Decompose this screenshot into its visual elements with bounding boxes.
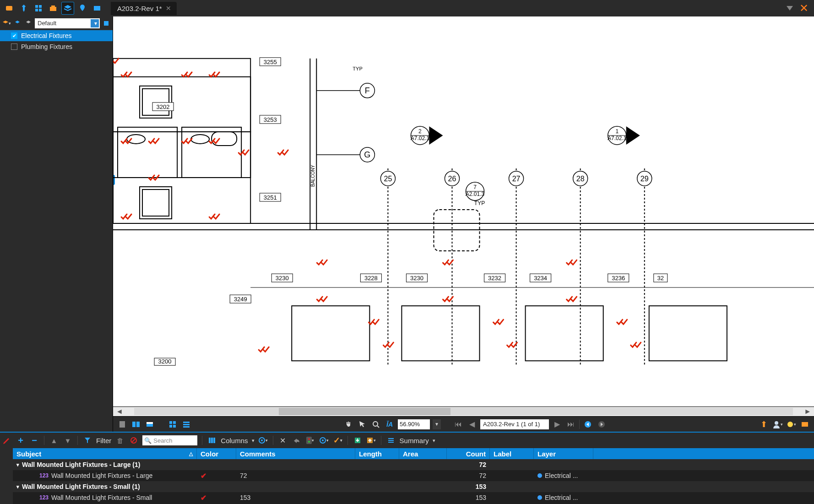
col-color[interactable]: Color: [197, 448, 236, 459]
document-nav[interactable]: A203.2-Rev 1 (1 of 1): [480, 419, 549, 429]
import-icon[interactable]: [353, 435, 363, 445]
svg-text:A7.02.1: A7.02.1: [411, 135, 430, 141]
layer-item[interactable]: Plumbing Fixtures: [0, 41, 113, 52]
col-subject[interactable]: Subject△: [13, 448, 197, 459]
scrollbar-thumb[interactable]: [279, 408, 450, 415]
next-page-icon[interactable]: ▶: [552, 419, 563, 430]
svg-rect-34: [649, 306, 727, 361]
svg-text:3230: 3230: [410, 275, 423, 282]
pan-icon[interactable]: [343, 419, 354, 430]
columns-label[interactable]: Columns: [221, 437, 248, 444]
layer-visibility-icon[interactable]: [537, 473, 542, 478]
markups-toolbar: + − ▲ ▼ Filter 🗑 🔍 Search Columns▾ ▾: [13, 433, 814, 448]
single-page-icon[interactable]: [117, 419, 128, 430]
first-page-icon[interactable]: ⏮: [453, 419, 464, 430]
layers-icon[interactable]: [61, 2, 74, 15]
search-input[interactable]: 🔍 Search: [142, 435, 197, 445]
add-icon[interactable]: +: [16, 435, 26, 445]
col-layer[interactable]: Layer: [534, 448, 593, 459]
clear-filter-icon[interactable]: 🗑: [115, 435, 125, 445]
markup-item[interactable]: 123Wall Mounted Light Fixtures - Large ✔…: [13, 470, 814, 481]
next-view-icon[interactable]: [596, 419, 607, 430]
summary-label[interactable]: Summary: [400, 437, 429, 444]
drawing-canvas[interactable]: F G 25 26 27 28 29 2A7.02.1 1A7.02.1: [113, 16, 814, 407]
svg-rect-6: [51, 5, 55, 7]
filter-icon[interactable]: [82, 435, 92, 445]
col-count[interactable]: Count: [447, 448, 490, 459]
sync-up-icon[interactable]: ⬆: [758, 419, 769, 430]
list-view-icon[interactable]: [181, 419, 192, 430]
svg-text:27: 27: [512, 175, 521, 183]
markup-group[interactable]: ▾Wall Mounted Light Fixtures - Large (1)…: [13, 459, 814, 470]
horizontal-scrollbar[interactable]: ◄ ►: [113, 407, 814, 416]
markups-panel: + − ▲ ▼ Filter 🗑 🔍 Search Columns▾ ▾: [0, 432, 814, 504]
layer-item[interactable]: ✔ Electrical Fixtures: [0, 30, 113, 41]
pushpin-icon[interactable]: [17, 2, 30, 15]
export-icon[interactable]: ▾: [366, 435, 376, 445]
col-area[interactable]: Area: [399, 448, 447, 459]
grid-bubble: G: [316, 147, 374, 162]
zoom-level[interactable]: 56.90%: [398, 419, 430, 429]
svg-rect-8: [104, 21, 109, 26]
zoom-icon[interactable]: [370, 419, 381, 430]
svg-rect-16: [140, 86, 172, 118]
thumbnails-icon[interactable]: [32, 2, 45, 15]
manage-columns-icon[interactable]: ▾: [258, 435, 268, 445]
overlay-icon[interactable]: [144, 419, 155, 430]
close-icon[interactable]: ✕: [166, 5, 171, 12]
last-page-icon[interactable]: ⏭: [565, 419, 576, 430]
tab-menu-dropdown-icon[interactable]: [787, 6, 793, 11]
user-icon[interactable]: ▾: [772, 419, 783, 430]
col-length[interactable]: Length: [355, 448, 399, 459]
col-label[interactable]: Label: [490, 448, 534, 459]
settings-icon[interactable]: ▾: [319, 435, 329, 445]
dimmer-icon[interactable]: ▾: [786, 419, 797, 430]
toolchest-icon[interactable]: [47, 2, 60, 15]
svg-text:29: 29: [640, 175, 649, 183]
reply-icon[interactable]: [292, 435, 302, 445]
markup-group[interactable]: ▾Wall Mounted Light Fixtures - Small (1)…: [13, 481, 814, 492]
zoom-dropdown-icon[interactable]: ▼: [433, 419, 441, 429]
delete-markup-icon[interactable]: ✕: [278, 435, 288, 445]
prev-page-icon[interactable]: ◀: [467, 419, 478, 430]
add-layer-icon[interactable]: [13, 19, 22, 28]
presentation-icon[interactable]: [799, 419, 810, 430]
document-tab[interactable]: A203.2-Rev 1* ✕: [111, 2, 177, 15]
detail-ref: 2A7.02.1: [411, 126, 443, 145]
col-comments[interactable]: Comments: [236, 448, 355, 459]
text-select-icon[interactable]: ĬA: [384, 419, 395, 430]
no-filter-icon[interactable]: [129, 435, 139, 445]
delete-layer-icon[interactable]: [24, 19, 33, 28]
svg-point-116: [261, 439, 263, 441]
layer-visibility-icon[interactable]: [537, 495, 542, 500]
studio-icon[interactable]: [91, 2, 103, 15]
close-all-icon[interactable]: ✕: [799, 2, 809, 15]
compare-icon[interactable]: [130, 419, 141, 430]
visibility-checkbox[interactable]: [11, 43, 17, 50]
svg-point-108: [787, 422, 793, 427]
prev-view-icon[interactable]: [582, 419, 593, 430]
layer-config-icon[interactable]: ▾: [2, 19, 11, 28]
remove-icon[interactable]: −: [29, 435, 39, 445]
markup-item[interactable]: 123Wall Mounted Light Fixtures - Small ✔…: [13, 492, 814, 503]
select-icon[interactable]: [357, 419, 368, 430]
svg-text:3255: 3255: [264, 59, 277, 65]
checkmark-icon[interactable]: ✓▾: [333, 435, 343, 445]
grid-view-icon[interactable]: [167, 419, 178, 430]
layer-label: Plumbing Fixtures: [21, 43, 72, 50]
markup-pen-icon[interactable]: [1, 435, 12, 446]
visibility-checkbox[interactable]: ✔: [11, 33, 17, 39]
places-icon[interactable]: [76, 2, 89, 15]
expand-icon[interactable]: ▼: [63, 435, 73, 445]
profile-select[interactable]: Default: [35, 18, 100, 28]
collapse-icon[interactable]: ▲: [49, 435, 59, 445]
detail-ref: 7A2.01.3TYP: [466, 182, 485, 206]
summary-view-icon[interactable]: [386, 435, 396, 445]
profile-menu-icon[interactable]: [102, 19, 111, 28]
status-icon[interactable]: ▾: [305, 435, 315, 445]
file-access-icon[interactable]: [3, 2, 16, 15]
columns-icon[interactable]: [207, 435, 217, 445]
document-view: F G 25 26 27 28 29 2A7.02.1 1A7.02.1: [113, 16, 814, 432]
svg-text:3253: 3253: [264, 116, 277, 123]
svg-text:3234: 3234: [534, 275, 547, 282]
